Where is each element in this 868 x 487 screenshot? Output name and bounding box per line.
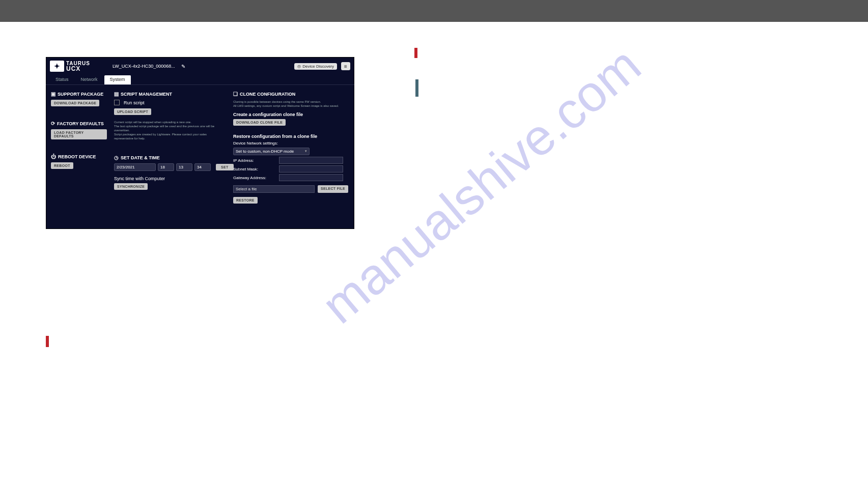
package-icon: ▣ [51, 91, 55, 97]
download-clone-file-button[interactable]: DOWNLOAD CLONE FILE [233, 119, 286, 126]
date-input[interactable] [114, 163, 156, 171]
gateway-label: Gateway Address: [233, 176, 275, 180]
gateway-input[interactable] [279, 174, 343, 181]
panel-header: ✦ TAURUS UCX LW_UCX-4x2-HC30_000068... ✎… [46, 57, 354, 75]
watermark-text: manualshive.com [311, 36, 652, 335]
subnet-input[interactable] [279, 165, 343, 173]
clone-note-2: All LW3 settings, any custom script and … [233, 104, 348, 108]
clone-config-heading: ❏ CLONE CONFIGURATION [233, 91, 348, 97]
target-icon: ◎ [297, 64, 301, 69]
run-script-label: Run script [124, 100, 145, 105]
column-left: ▣ SUPPORT PACKAGE DOWNLOAD PACKAGE ⟳ FAC… [51, 91, 107, 209]
factory-defaults-label: FACTORY DEFAULTS [57, 121, 104, 126]
column-right: ❏ CLONE CONFIGURATION Cloning is possibl… [233, 91, 348, 209]
create-clone-label: Create a configuration clone file [233, 112, 348, 117]
device-discovery-button[interactable]: ◎ Device Discovery [294, 63, 337, 70]
minute-input[interactable] [176, 163, 192, 171]
set-datetime-heading: ◷ SET DATE & TIME [114, 155, 226, 160]
hour-input[interactable] [158, 163, 174, 171]
clone-note-1: Cloning is possible between devices usin… [233, 100, 348, 104]
script-note-3: Script packages are created by Lightware… [114, 132, 226, 140]
synchronize-button[interactable]: SYNCHRONIZE [114, 183, 148, 190]
file-select-row: Select a file SELECT FILE [233, 185, 348, 193]
gateway-row: Gateway Address: [233, 174, 348, 181]
pencil-icon[interactable]: ✎ [181, 64, 185, 69]
reboot-device-label: REBOOT DEVICE [58, 154, 96, 159]
device-discovery-label: Device Discovery [302, 64, 334, 69]
column-middle: ▤ SCRIPT MANAGEMENT Run script UPLOAD SC… [114, 91, 226, 209]
reboot-device-heading: ⏻ REBOOT DEVICE [51, 154, 107, 159]
run-script-row: Run script [114, 100, 226, 105]
ip-label: IP Address: [233, 158, 275, 163]
device-control-panel: ✦ TAURUS UCX LW_UCX-4x2-HC30_000068... ✎… [46, 57, 354, 229]
set-datetime-label: SET DATE & TIME [121, 155, 160, 160]
restore-from-label: Restore configuration from a clone file [233, 134, 348, 139]
clone-icon: ❏ [233, 91, 238, 97]
reboot-button[interactable]: REBOOT [51, 162, 73, 169]
clone-config-label: CLONE CONFIGURATION [240, 92, 295, 97]
download-package-button[interactable]: DOWNLOAD PACKAGE [51, 100, 99, 106]
tab-network[interactable]: Network [75, 75, 103, 84]
panel-body: ▣ SUPPORT PACKAGE DOWNLOAD PACKAGE ⟳ FAC… [46, 85, 354, 213]
network-mode-value: Set to custom, non-DHCP mode [236, 149, 294, 154]
logo-text-bottom: UCX [66, 66, 90, 71]
run-script-checkbox[interactable] [114, 100, 120, 105]
ip-row: IP Address: [233, 157, 348, 164]
logo-text: TAURUS UCX [66, 61, 90, 71]
refresh-icon: ⟳ [51, 121, 55, 126]
upload-script-button[interactable]: UPLOAD SCRIPT [114, 108, 151, 115]
page-top-bar [0, 0, 868, 22]
second-input[interactable] [194, 163, 211, 171]
select-file-button[interactable]: SELECT FILE [318, 185, 348, 193]
network-mode-select[interactable]: Set to custom, non-DHCP mode ▾ [233, 148, 310, 155]
clock-icon: ◷ [114, 155, 119, 160]
support-package-heading: ▣ SUPPORT PACKAGE [51, 91, 107, 97]
device-name: LW_UCX-4x2-HC30_000068... [113, 64, 175, 69]
tab-system[interactable]: System [104, 75, 131, 84]
device-network-settings-label: Device Network settings: [233, 141, 348, 146]
script-note-2: The last uploaded script package will be… [114, 124, 226, 132]
logo-mark-icon: ✦ [50, 61, 64, 72]
script-icon: ▤ [114, 91, 119, 97]
datetime-input-row: SET [114, 163, 226, 171]
restore-button[interactable]: RESTORE [233, 197, 258, 204]
power-icon: ⏻ [51, 154, 56, 159]
script-management-label: SCRIPT MANAGEMENT [121, 92, 172, 97]
decorative-marker [414, 48, 417, 58]
script-note-1: Current script will be stopped when uplo… [114, 120, 226, 124]
file-path-display[interactable]: Select a file [233, 185, 315, 193]
subnet-label: Subnet Mask: [233, 167, 275, 171]
factory-defaults-heading: ⟳ FACTORY DEFAULTS [51, 121, 107, 126]
decorative-marker [415, 79, 418, 97]
sync-time-label: Sync time with Computer [114, 176, 226, 181]
script-management-heading: ▤ SCRIPT MANAGEMENT [114, 91, 226, 97]
decorative-marker [46, 336, 49, 347]
tab-bar: Status Network System [46, 75, 354, 85]
load-factory-defaults-button[interactable]: LOAD FACTORY DEFAULTS [51, 129, 107, 139]
support-package-label: SUPPORT PACKAGE [58, 92, 103, 97]
hamburger-menu-button[interactable]: ≡ [341, 62, 350, 70]
hamburger-icon: ≡ [344, 64, 347, 69]
logo: ✦ TAURUS UCX [50, 61, 90, 72]
set-button[interactable]: SET [216, 164, 234, 170]
subnet-row: Subnet Mask: [233, 165, 348, 173]
ip-input[interactable] [279, 157, 343, 164]
tab-status[interactable]: Status [50, 75, 74, 84]
chevron-down-icon: ▾ [305, 149, 307, 153]
